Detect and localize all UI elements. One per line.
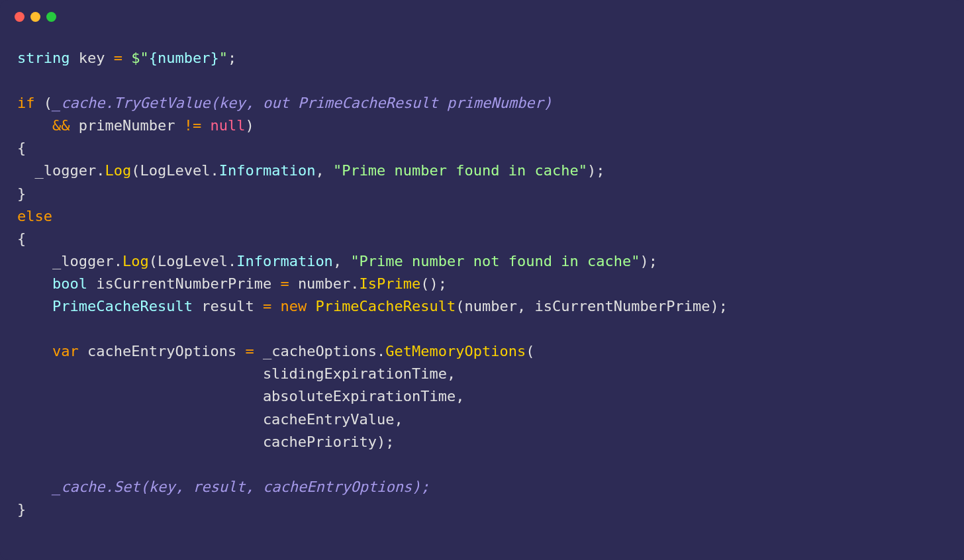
ctor-token: PrimeCacheResult bbox=[315, 298, 456, 314]
punct-token: , bbox=[245, 479, 254, 495]
brace-token: } bbox=[17, 185, 26, 202]
type-token: string bbox=[17, 50, 70, 66]
punct-token: ) bbox=[544, 95, 552, 111]
punct-token: . bbox=[96, 162, 105, 179]
method-token: GetMemoryOptions bbox=[385, 343, 526, 359]
punct-token: ( bbox=[210, 95, 218, 111]
punct-token: ( bbox=[526, 343, 534, 359]
method-token: Set bbox=[114, 479, 140, 495]
keyword-token: if bbox=[17, 95, 35, 111]
punct-token: . bbox=[105, 95, 113, 111]
ident-token: key bbox=[149, 479, 175, 495]
punct-token: ) bbox=[710, 298, 718, 314]
op-token: && bbox=[52, 117, 70, 134]
method-token: Log bbox=[105, 162, 131, 179]
punct-token: () bbox=[420, 275, 438, 292]
window-titlebar bbox=[0, 0, 964, 27]
punct-token: , bbox=[315, 162, 324, 179]
type-token: PrimeCacheResult bbox=[298, 95, 438, 111]
punct-token: ( bbox=[456, 298, 464, 314]
ident-token: cacheEntryOptions bbox=[263, 479, 412, 495]
op-token: = bbox=[263, 298, 271, 314]
punct-token: . bbox=[210, 162, 218, 179]
ident-token: result bbox=[193, 479, 245, 495]
code-editor[interactable]: string key = $"{number}"; if (_cache.Try… bbox=[0, 27, 964, 538]
null-token: null bbox=[210, 117, 245, 134]
punct-token: , bbox=[447, 365, 456, 382]
method-token: Log bbox=[122, 253, 149, 269]
punct-token: . bbox=[114, 253, 122, 269]
punct-token: , bbox=[517, 298, 526, 314]
punct-token: ( bbox=[149, 253, 158, 269]
punct-token: ( bbox=[44, 95, 52, 111]
param-token: absoluteExpirationTime bbox=[263, 388, 456, 404]
str-token: "Prime number found in cache" bbox=[333, 162, 587, 179]
punct-token: ) bbox=[245, 117, 254, 134]
ident-token: _logger bbox=[52, 253, 114, 269]
op-token: != bbox=[184, 117, 202, 134]
punct-token: . bbox=[228, 253, 236, 269]
ident-token: isCurrentNumberPrime bbox=[96, 275, 271, 292]
punct-token: ) bbox=[640, 253, 648, 269]
ident-token: primeNumber bbox=[79, 117, 175, 134]
param-token: cacheEntryValue bbox=[263, 411, 395, 428]
punct-token: ; bbox=[438, 275, 447, 292]
punct-token: , bbox=[333, 253, 342, 269]
punct-token: , bbox=[395, 411, 403, 428]
code-window: string key = $"{number}"; if (_cache.Try… bbox=[0, 0, 964, 560]
ident-token: primeNumber bbox=[447, 95, 544, 111]
minimize-icon[interactable] bbox=[30, 12, 40, 22]
keyword-token: else bbox=[17, 208, 52, 224]
ident-token: LogLevel bbox=[140, 162, 210, 179]
param-token: slidingExpirationTime bbox=[263, 365, 447, 382]
close-icon[interactable] bbox=[15, 12, 24, 22]
ident-token: cacheEntryOptions bbox=[87, 343, 236, 359]
punct-token: . bbox=[105, 479, 113, 495]
punct-token: ; bbox=[228, 50, 236, 66]
op-token: = bbox=[280, 275, 289, 292]
member-token: Information bbox=[236, 253, 333, 269]
type-token: PrimeCacheResult bbox=[52, 298, 193, 314]
punct-token: , bbox=[175, 479, 183, 495]
brace-token: { bbox=[17, 230, 26, 247]
special-token: _cache bbox=[52, 95, 105, 111]
method-token: IsPrime bbox=[360, 275, 421, 292]
special-token: _cache bbox=[52, 479, 105, 495]
ident-token: key bbox=[79, 50, 105, 66]
punct-token: . bbox=[350, 275, 359, 292]
ident-token: _logger bbox=[35, 162, 97, 179]
punct-token: ( bbox=[140, 479, 148, 495]
ident-token: isCurrentNumberPrime bbox=[535, 298, 710, 314]
ident-token: key bbox=[219, 95, 246, 111]
op-token: = bbox=[245, 343, 254, 359]
op-token: = bbox=[114, 50, 122, 66]
str-token: "Prime number not found in cache" bbox=[350, 253, 640, 269]
str-token: " bbox=[219, 50, 228, 66]
type-token: bool bbox=[52, 275, 87, 292]
str-token: $" bbox=[131, 50, 149, 66]
punct-token: ) bbox=[412, 479, 420, 495]
punct-token: . bbox=[377, 343, 385, 359]
ident-token: _cacheOptions bbox=[263, 343, 377, 359]
brace-token: } bbox=[17, 501, 26, 518]
punct-token: , bbox=[245, 95, 254, 111]
punct-token: , bbox=[456, 388, 464, 404]
keyword-token: var bbox=[52, 343, 79, 359]
method-token: TryGetValue bbox=[114, 95, 211, 111]
ident-token: result bbox=[201, 298, 254, 314]
interp-token: {number} bbox=[149, 50, 219, 66]
ident-token: number bbox=[465, 298, 517, 314]
punct-token: ; bbox=[596, 162, 604, 179]
punct-token: ) bbox=[377, 434, 385, 450]
punct-token: ( bbox=[131, 162, 140, 179]
ident-token: LogLevel bbox=[158, 253, 228, 269]
maximize-icon[interactable] bbox=[46, 12, 56, 22]
keyword-token: new bbox=[280, 298, 307, 314]
punct-token: ; bbox=[649, 253, 657, 269]
member-token: Information bbox=[219, 162, 316, 179]
param-token: cachePriority bbox=[263, 434, 377, 450]
punct-token: ; bbox=[420, 479, 429, 495]
brace-token: { bbox=[17, 140, 26, 156]
punct-token: ; bbox=[719, 298, 728, 314]
ident-token: number bbox=[298, 275, 350, 292]
